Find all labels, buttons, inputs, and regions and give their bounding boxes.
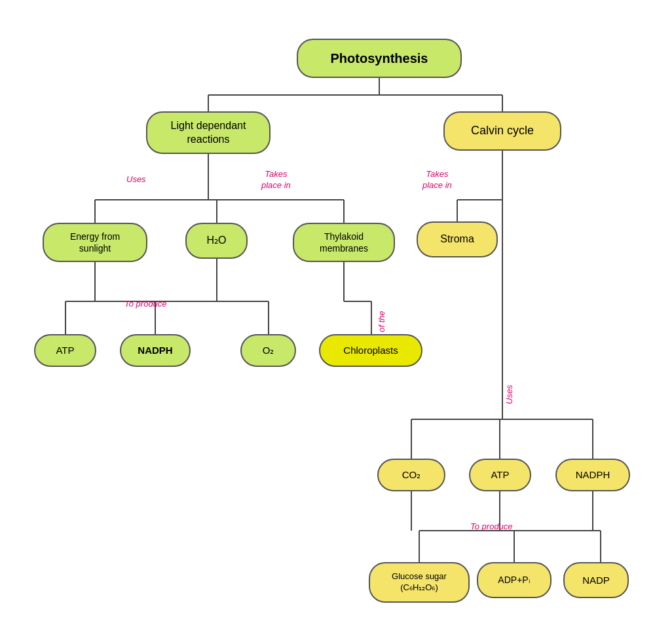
node-h2o: H₂O [185,223,248,259]
label-takes-place-in-right: Takesplace in [422,169,452,191]
node-atp-left: ATP [34,334,96,367]
node-atp-right: ATP [469,459,531,491]
connector-lines [0,0,655,644]
label-takes-place-in-left: Takesplace in [261,169,291,191]
photosynthesis-diagram: Photosynthesis Light dependantreactions … [0,0,655,644]
label-of-the: of the [377,296,386,332]
label-uses-right: Uses [504,368,514,404]
node-energy-sunlight: Energy fromsunlight [43,223,147,262]
node-thylakoid: Thylakoidmembranes [293,223,395,262]
node-o2: O₂ [240,334,296,367]
node-nadp: NADP [563,562,629,598]
label-to-produce-left: To produce [124,299,167,309]
node-chloroplasts: Chloroplasts [319,334,422,367]
node-co2: CO₂ [377,459,445,491]
node-calvin-cycle: Calvin cycle [443,111,561,151]
node-nadph-right: NADPH [555,459,630,491]
node-light-reactions: Light dependantreactions [146,111,271,154]
label-uses-left: Uses [126,174,146,184]
node-glucose: Glucose sugar(C₆H₁₂O₆) [369,562,470,603]
node-stroma: Stroma [417,221,498,257]
label-to-produce-right: To produce [470,521,513,531]
node-nadph-left: NADPH [120,334,191,367]
node-adp-pi: ADP+Pᵢ [477,562,552,598]
node-photosynthesis: Photosynthesis [297,39,462,78]
